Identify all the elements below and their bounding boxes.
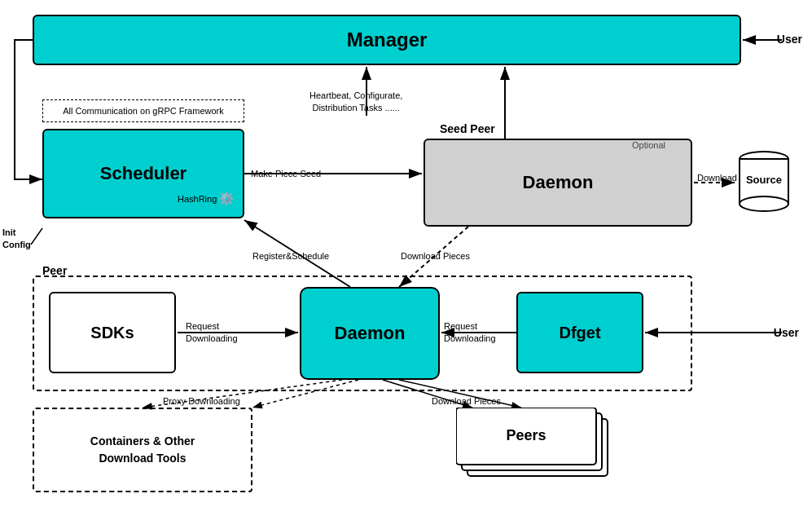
svg-text:Peers: Peers [506,427,546,443]
make-piece-seed-text: Make Piece Seed [251,169,321,179]
svg-text:Source: Source [746,174,782,186]
peer-daemon-box: Daemon [300,287,440,380]
hashring-area: HashRing ⚙️ [178,191,235,206]
heartbeat-label: Heartbeat, Configurate,Distribution Task… [309,90,402,112]
scheduler-label: Scheduler [100,163,187,184]
grpc-label: All Communication on gRPC Framework [63,106,223,116]
containers-box: Containers & Other Download Tools [33,408,252,492]
proxy-dl-text: Proxy Downloading [163,396,240,406]
user-manager-label: User [777,33,802,46]
diagram: Manager User All Communication on gRPC F… [0,0,812,507]
peers-stack: Peers [456,408,619,487]
init-config-text: Init Config [2,227,31,252]
register-schedule-text: Register&Schedule [252,251,329,261]
req-dl-left-text: Request Downloading [186,320,238,346]
download-pieces-lower-text: Download Pieces [432,396,501,406]
download-source-text: Download [697,173,737,183]
heartbeat-text: Heartbeat, Configurate,Distribution Task… [309,90,402,115]
req-dl-right-text: Request Downloading [444,320,496,346]
manager-label: Manager [347,29,428,51]
hashring-icon: ⚙️ [218,191,235,206]
download-pieces-upper-text: Download Pieces [401,251,470,261]
hashring-label: HashRing [178,194,217,204]
source-cylinder: Source [736,151,792,213]
svg-point-20 [740,196,788,211]
sdks-box: SDKs [49,292,176,373]
sdks-label: SDKs [90,324,134,342]
dfget-box: Dfget [516,292,643,373]
peer-daemon-label: Daemon [335,323,406,344]
seed-daemon-label: Daemon [523,172,594,193]
user-peer-label: User [774,326,799,339]
seed-peer-label: Seed Peer [440,122,495,135]
seed-daemon-box: Daemon [424,139,692,227]
svg-line-8 [31,228,42,245]
manager-box: Manager [33,15,741,65]
optional-label: Optional [632,140,665,150]
dfget-label: Dfget [559,324,600,342]
containers-label: Containers & Other Download Tools [90,433,195,467]
grpc-box: All Communication on gRPC Framework [42,99,244,122]
